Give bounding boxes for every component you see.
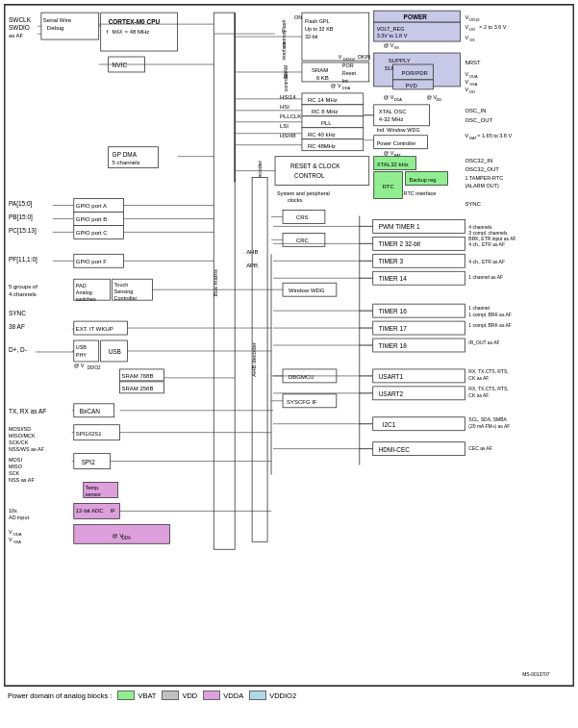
svg-text:GPIO port C: GPIO port C <box>76 230 109 236</box>
svg-text:PA[15:0]: PA[15:0] <box>9 200 33 208</box>
svg-text:PAD: PAD <box>76 283 87 289</box>
svg-text:CEC as AF: CEC as AF <box>468 445 492 451</box>
svg-text:D+, D-: D+, D- <box>9 346 27 353</box>
svg-text:IR_OUT as AF: IR_OUT as AF <box>468 339 499 345</box>
svg-text:TIMER 16: TIMER 16 <box>379 308 408 314</box>
svg-text:PLL: PLL <box>321 120 332 126</box>
svg-text:V: V <box>9 529 13 535</box>
svg-text:NRST: NRST <box>465 60 481 65</box>
svg-text:Debug: Debug <box>47 25 64 31</box>
legend-text-vdda: VDDA <box>223 691 243 700</box>
svg-text:V: V <box>9 537 13 542</box>
svg-text:4-32 MHz: 4-32 MHz <box>379 116 404 122</box>
svg-text:OSC_OUT: OSC_OUT <box>465 117 492 123</box>
svg-text:32-bit: 32-bit <box>305 34 318 39</box>
svg-text:SRAM: SRAM <box>312 67 328 73</box>
svg-text:5 groups of: 5 groups of <box>9 284 38 289</box>
svg-text:PWM TIMER 1: PWM TIMER 1 <box>379 223 420 230</box>
svg-text:= 2 to 3.6 V: = 2 to 3.6 V <box>479 24 506 30</box>
svg-text:CRS: CRS <box>296 214 309 220</box>
svg-text:OSC32_OUT: OSC32_OUT <box>465 166 499 172</box>
legend-text-vdd: VDD <box>182 691 197 700</box>
svg-text:TIMER 2 32-bit: TIMER 2 32-bit <box>379 240 421 247</box>
svg-text:GPIO port A: GPIO port A <box>76 203 107 209</box>
svg-text:SPI1/I2S1: SPI1/I2S1 <box>76 431 103 437</box>
svg-text:SPI2: SPI2 <box>82 459 95 465</box>
svg-text:Window WDG: Window WDG <box>289 288 325 293</box>
svg-text:MISO/MCK: MISO/MCK <box>9 433 36 439</box>
svg-text:RC 14 MHz: RC 14 MHz <box>308 97 338 103</box>
svg-text:SS: SS <box>469 38 475 42</box>
svg-text:CK as AF: CK as AF <box>468 375 489 381</box>
svg-text:SWCLK: SWCLK <box>9 16 32 23</box>
svg-text:MS-0013707: MS-0013707 <box>522 671 550 677</box>
legend-box-vbat <box>117 690 135 700</box>
svg-text:4 channels: 4 channels <box>9 291 37 297</box>
svg-text:XTAL OSC: XTAL OSC <box>379 109 408 114</box>
svg-text:RX, TX,CTS, RTS,: RX, TX,CTS, RTS, <box>468 368 508 374</box>
svg-text:TIMER 3: TIMER 3 <box>379 258 404 264</box>
svg-text:IF: IF <box>111 508 116 514</box>
svg-text:V: V <box>465 24 468 30</box>
svg-text:NSS as AF: NSS as AF <box>9 477 35 483</box>
svg-text:Up to 32 KB: Up to 32 KB <box>305 26 334 32</box>
svg-text:PHY: PHY <box>76 352 88 358</box>
svg-text:Flash GPL: Flash GPL <box>305 18 330 24</box>
svg-text:SYSCFG IF: SYSCFG IF <box>287 399 317 405</box>
svg-text:HDMI-CEC: HDMI-CEC <box>379 446 411 453</box>
svg-text:LSI: LSI <box>280 123 289 129</box>
svg-text:controller: controller <box>283 71 289 91</box>
legend-item-vddio2: VDDIO2 <box>249 690 296 700</box>
svg-text:RC 8 MHz: RC 8 MHz <box>312 109 339 114</box>
svg-text:BxCAN: BxCAN <box>80 408 101 414</box>
svg-text:5 channels: 5 channels <box>113 160 140 165</box>
svg-text:I2C1: I2C1 <box>383 421 396 428</box>
legend-text-vbat: VBAT <box>138 691 156 700</box>
svg-rect-115 <box>302 116 364 128</box>
diagram-area: SWCLK SWDIO as AF Serial Wire Debug CORT… <box>4 4 574 687</box>
svg-text:GP DMA: GP DMA <box>113 151 138 158</box>
svg-text:DDA: DDA <box>469 74 478 79</box>
svg-text:OSC32_IN: OSC32_IN <box>465 158 492 163</box>
svg-text:POWER: POWER <box>404 13 428 20</box>
svg-text:USART1: USART1 <box>379 373 404 380</box>
svg-text:V: V <box>465 14 468 20</box>
svg-text:Sensing: Sensing <box>114 289 134 294</box>
svg-text:DDA: DDA <box>122 536 131 540</box>
svg-text:DD: DD <box>469 27 475 32</box>
svg-text:CRC: CRC <box>296 238 310 243</box>
svg-text:USB: USB <box>76 344 88 350</box>
svg-text:= 1.65 to 3.8 V: = 1.65 to 3.8 V <box>477 133 512 138</box>
svg-text:GPIO port B: GPIO port B <box>76 216 108 222</box>
svg-text:DDA: DDA <box>394 97 403 102</box>
svg-text:PLLCLK: PLLCLK <box>280 113 301 119</box>
svg-text:MAX: MAX <box>113 29 123 35</box>
svg-text:as AF: as AF <box>9 33 24 38</box>
svg-text:12-bit ADC: 12-bit ADC <box>76 508 105 514</box>
svg-text:SRAM 256B: SRAM 256B <box>122 386 154 391</box>
svg-text:(ALARM OUT): (ALARM OUT) <box>465 183 499 188</box>
svg-text:V: V <box>465 79 468 85</box>
svg-text:BAT: BAT <box>469 136 477 140</box>
svg-text:38 AF: 38 AF <box>9 323 25 330</box>
legend-box-vddio2 <box>249 690 266 700</box>
svg-text:NVIC: NVIC <box>113 62 128 68</box>
svg-text:PB[15:0]: PB[15:0] <box>9 213 33 221</box>
svg-text:@ V: @ V <box>74 363 85 368</box>
main-container: SWCLK SWDIO as AF Serial Wire Debug CORT… <box>0 0 578 728</box>
svg-text:RX, TX,CTS, RTS,: RX, TX,CTS, RTS, <box>468 386 508 391</box>
svg-text:V: V <box>465 87 468 92</box>
svg-text:Backup reg: Backup reg <box>410 177 437 183</box>
svg-text:interface: interface <box>281 41 287 60</box>
svg-text:OKIN: OKIN <box>358 54 370 60</box>
svg-text:V: V <box>465 35 468 40</box>
svg-text:(20 mA FM+) as AF: (20 mA FM+) as AF <box>468 423 510 429</box>
svg-text:PF[11,1:0]: PF[11,1:0] <box>9 256 38 264</box>
legend-box-vdda <box>203 690 220 700</box>
svg-text:6 KB: 6 KB <box>316 75 329 81</box>
svg-text:DDA: DDA <box>342 86 351 90</box>
legend-item-vdda: VDDA <box>203 690 243 700</box>
svg-text:SUPPLY: SUPPLY <box>389 58 411 63</box>
svg-text:Serial Wire: Serial Wire <box>43 17 72 23</box>
svg-text:1 compl. BRK as AF: 1 compl. BRK as AF <box>468 312 511 317</box>
